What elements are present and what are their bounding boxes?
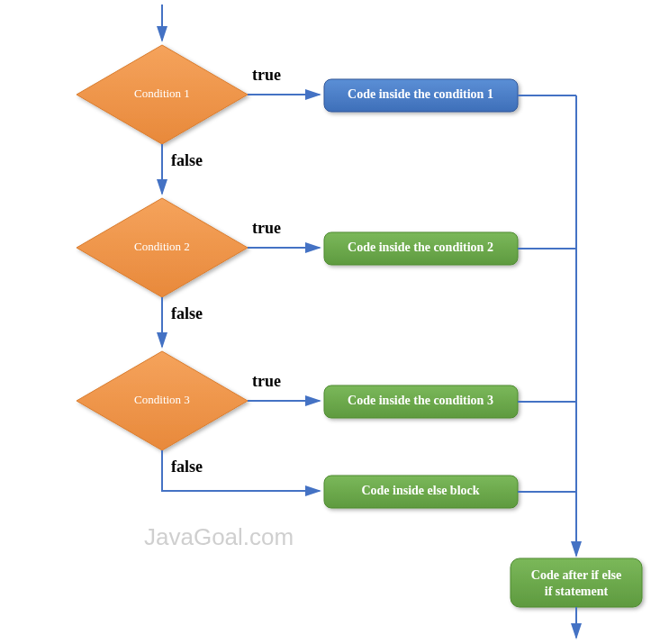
condition-1-label: Condition 1 xyxy=(134,86,190,100)
label-true-1: true xyxy=(252,66,281,84)
condition-3-label: Condition 3 xyxy=(134,393,190,406)
code-condition-2-label: Code inside the condition 2 xyxy=(348,240,493,254)
code-after-box: Code after if else if statement xyxy=(511,558,642,607)
code-after-label-1: Code after if else xyxy=(531,568,621,582)
condition-3-diamond: Condition 3 xyxy=(77,351,248,450)
condition-2-label: Condition 2 xyxy=(134,240,190,253)
code-condition-3-box: Code inside the condition 3 xyxy=(324,385,518,418)
code-condition-1-label: Code inside the condition 1 xyxy=(348,87,493,101)
code-after-label-2: if statement xyxy=(545,585,609,598)
code-condition-1-box: Code inside the condition 1 xyxy=(324,79,518,112)
code-else-label: Code inside else block xyxy=(361,484,479,497)
label-false-3: false xyxy=(171,458,203,476)
label-true-2: true xyxy=(252,219,281,237)
condition-2-diamond: Condition 2 xyxy=(77,198,248,297)
svg-rect-7 xyxy=(511,558,642,607)
code-condition-3-label: Code inside the condition 3 xyxy=(348,394,493,407)
watermark-text: JavaGoal.com xyxy=(144,523,294,550)
flowchart-diagram: Condition 1 true Code inside the conditi… xyxy=(0,0,651,644)
code-else-box: Code inside else block xyxy=(324,476,518,508)
condition-1-diamond: Condition 1 xyxy=(77,45,248,144)
label-false-1: false xyxy=(171,151,203,169)
label-true-3: true xyxy=(252,372,281,390)
code-condition-2-box: Code inside the condition 2 xyxy=(324,232,518,265)
label-false-2: false xyxy=(171,304,203,322)
